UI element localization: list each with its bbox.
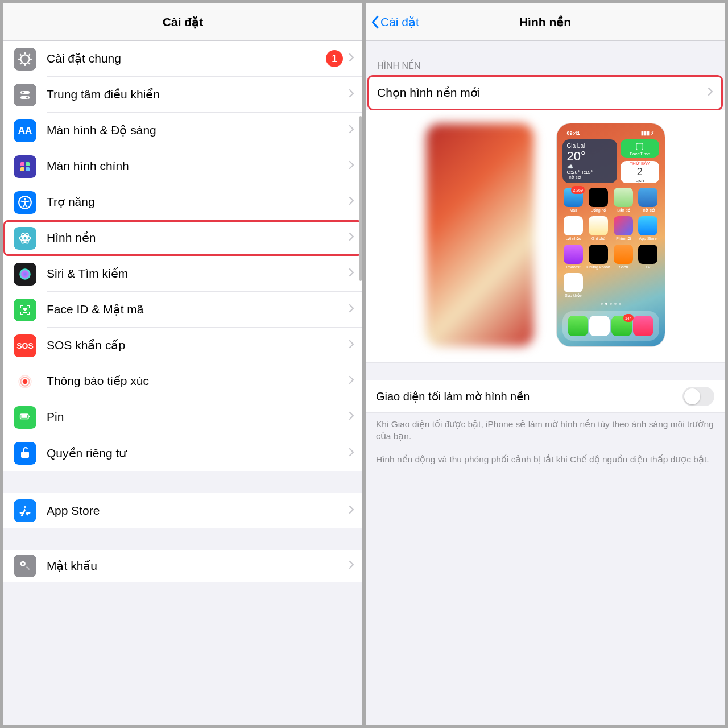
row-label: SOS khẩn cấp [47,338,349,352]
choose-wallpaper-label: Chọn hình nền mới [377,86,708,100]
row-label: Màn hình & Độ sáng [47,123,349,137]
exposure-icon [14,370,36,393]
row-general[interactable]: Cài đặt chung1 [3,41,362,77]
row-label: Trợ năng [47,195,349,209]
svg-point-10 [22,91,24,93]
chevron-right-icon [349,53,354,64]
chevron-right-icon [349,232,354,243]
row-label: Cài đặt chung [47,52,326,65]
passwords-icon [14,555,36,577]
svg-point-26 [23,379,28,384]
row-label: Hình nền [47,231,349,245]
app-icon: 3.269Mail [562,188,585,213]
app-icon: TV [637,245,659,270]
svg-line-7 [20,63,21,64]
wallpaper-pane: Cài đặt Hình nền HÌNH NỀN Chọn hình nền … [366,3,725,725]
app-icon: App Store [637,216,659,241]
battery-icon [14,406,36,429]
siri-icon [14,263,36,286]
row-label: Quyền riêng tư [47,446,349,460]
svg-point-33 [22,563,24,565]
row-faceid[interactable]: Face ID & Mật mã [3,292,362,328]
svg-point-0 [20,55,29,63]
chevron-right-icon [349,268,354,279]
row-sos[interactable]: SOSSOS khẩn cấp [3,328,362,363]
svg-point-12 [26,96,28,98]
svg-rect-14 [26,162,30,166]
app-icon: Ghi chú [586,216,610,241]
accessibility-icon [14,191,36,214]
svg-point-19 [23,236,27,240]
row-label: Trung tâm điều khiển [47,88,349,101]
chevron-right-icon [349,340,354,351]
privacy-icon [14,442,36,465]
wallpaper-icon [14,227,36,250]
svg-rect-31 [21,415,27,417]
control-icon [14,84,36,106]
row-battery[interactable]: Pin [3,399,362,435]
chevron-right-icon [349,411,354,423]
section-header: HÌNH NỀN [366,41,725,76]
app-icon: Thời tiết [637,188,659,213]
app-icon: Đồng hồ [586,188,610,213]
lockscreen-preview[interactable] [426,123,534,346]
svg-rect-30 [29,415,30,417]
chevron-right-icon [349,160,354,172]
chevron-right-icon [349,304,354,315]
switch-off[interactable] [682,387,714,406]
general-icon [14,48,36,71]
wallpaper-previews: 09:41▮▮▮ ⚡︎Gia Lai20°☁️C:28° T:15°Thời t… [366,110,725,363]
row-label: Siri & Tìm kiếm [47,267,349,280]
dim-toggle-row[interactable]: Giao diện tối làm mờ hình nền [366,380,725,413]
row-display[interactable]: AAMàn hình & Độ sáng [3,113,362,148]
row-label: Thông báo tiếp xúc [47,374,349,388]
faceid-icon [14,299,36,321]
row-wallpaper[interactable]: Hình nền [3,220,362,256]
homescreen-preview[interactable]: 09:41▮▮▮ ⚡︎Gia Lai20°☁️C:28° T:15°Thời t… [557,123,665,346]
display-icon: AA [14,119,36,142]
row-homescreen[interactable]: Màn hình chính [3,148,362,184]
chevron-right-icon [349,448,354,459]
row-passwords[interactable]: Mật khẩu [3,550,362,582]
row-label: App Store [47,504,349,518]
svg-line-6 [29,63,30,64]
row-privacy[interactable]: Quyền riêng tư [3,435,362,471]
dock: 144 [562,311,659,341]
page-title: Hình nền [519,15,571,29]
scrollbar[interactable] [359,116,362,281]
app-icon: Phím tắt [613,216,635,241]
row-label: Mật khẩu [47,559,349,573]
row-label: Màn hình chính [47,159,349,173]
chevron-right-icon [349,375,354,387]
row-accessibility[interactable]: Trợ năng [3,184,362,220]
navbar: Cài đặt [3,3,362,41]
row-appstore[interactable]: App Store [3,493,362,528]
svg-rect-16 [26,167,30,171]
svg-rect-15 [20,167,24,171]
footnote: Khi Giao diện tối được bật, iPhone sẽ là… [366,413,725,448]
app-icon: Chứng khoán [586,245,610,270]
row-control[interactable]: Trung tâm điều khiển [3,77,362,113]
chevron-right-icon [349,560,354,572]
weather-widget: Gia Lai20°☁️C:28° T:15°Thời tiết [562,139,618,183]
row-exposure[interactable]: Thông báo tiếp xúc [3,363,362,399]
app-icon: Lời nhắc [562,216,585,241]
badge: 1 [326,50,343,67]
chevron-right-icon [349,125,354,136]
choose-wallpaper-row[interactable]: Chọn hình nền mới [368,76,722,110]
row-siri[interactable]: Siri & Tìm kiếm [3,256,362,292]
calendar-widget: THỨ BẢY2Lịch [621,161,659,183]
navbar: Cài đặt Hình nền [366,3,725,41]
chevron-right-icon [349,89,354,100]
chevron-right-icon [708,87,713,98]
facetime-widget: ▢FaceTime [621,139,659,158]
app-icon: Sức khỏe [562,273,585,298]
footnote: Hình nền động và thu phóng phối cảnh bị … [366,448,725,471]
dim-toggle-label: Giao diện tối làm mờ hình nền [376,390,682,403]
chevron-right-icon [349,196,354,208]
svg-line-8 [29,54,30,55]
app-icon: Podcast [562,245,585,270]
back-button[interactable]: Cài đặt [370,3,419,40]
row-label: Face ID & Mật mã [47,303,349,316]
row-label: Pin [47,410,349,424]
